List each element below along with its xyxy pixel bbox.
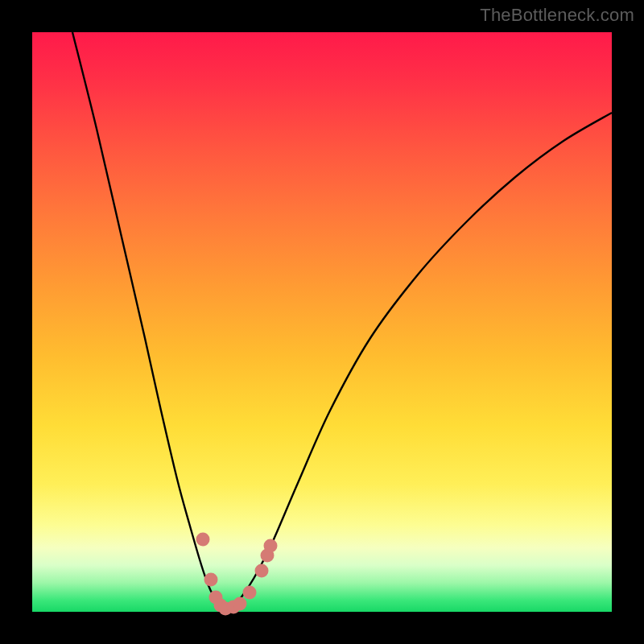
curve-marker xyxy=(233,597,247,611)
curve-marker xyxy=(196,533,210,547)
curve-marker xyxy=(255,564,269,578)
curve-markers xyxy=(196,533,278,616)
curve-marker xyxy=(243,586,257,600)
chart-frame: TheBottleneck.com xyxy=(0,0,644,644)
curve-marker xyxy=(264,539,278,553)
watermark-text: TheBottleneck.com xyxy=(480,5,634,26)
curve-marker xyxy=(204,573,218,587)
bottleneck-curve xyxy=(72,32,612,609)
plot-area xyxy=(32,32,612,612)
curve-layer xyxy=(32,32,612,612)
